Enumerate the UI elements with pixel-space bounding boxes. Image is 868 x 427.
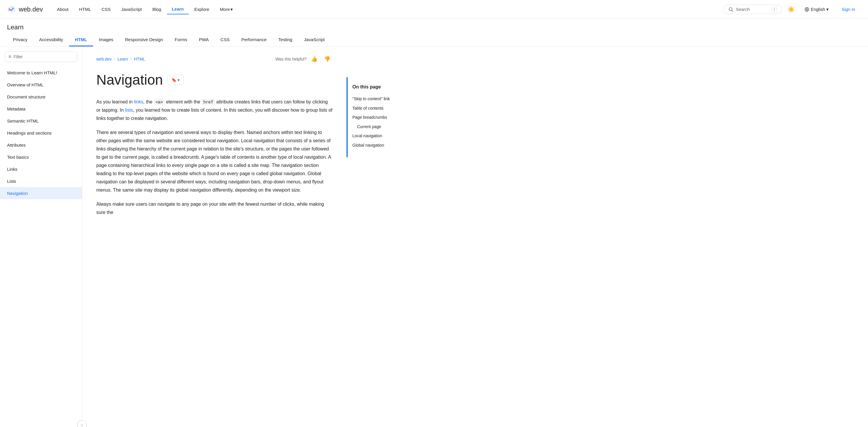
language-label: English (811, 7, 825, 12)
page-title-row: Navigation 🔖 ▾ (96, 72, 332, 88)
nav-explore[interactable]: Explore (190, 4, 214, 14)
globe-icon (804, 7, 810, 12)
search-icon (728, 7, 734, 12)
toc-link-table-of-contents[interactable]: Table of contents (352, 106, 383, 111)
tab-accessibility[interactable]: Accessibility (33, 33, 69, 47)
tab-testing[interactable]: Testing (273, 33, 298, 47)
breadcrumb-html[interactable]: HTML (134, 57, 145, 61)
top-navigation: web.dev About HTML CSS JavaScript Blog L… (0, 0, 868, 19)
href-code: href (202, 99, 215, 105)
nav-blog[interactable]: Blog (148, 4, 166, 14)
toc-link-page-breadcrumbs[interactable]: Page breadcrumbs (352, 115, 387, 120)
right-panel-container: On this page "Skip to content" link Tabl… (346, 47, 429, 427)
article-paragraph-2: There are several types of navigation an… (96, 129, 332, 194)
sidebar-list: Welcome to Learn HTML! Overview of HTML … (0, 67, 82, 199)
sign-in-button[interactable]: Sign in (836, 4, 861, 14)
filter-placeholder: Filter (13, 54, 23, 59)
nav-learn[interactable]: Learn (167, 4, 188, 15)
sidebar: ≡ Filter Welcome to Learn HTML! Overview… (0, 47, 82, 427)
search-placeholder: Search (736, 7, 770, 12)
theme-toggle-button[interactable]: ☀️ (785, 3, 797, 15)
nav-about[interactable]: About (52, 4, 73, 14)
nav-css[interactable]: CSS (97, 4, 115, 14)
sidebar-item-lists[interactable]: Lists (0, 175, 82, 187)
page-title: Navigation (96, 72, 163, 88)
bookmark-dropdown-icon: ▾ (178, 78, 180, 82)
toc-item-local-navigation[interactable]: Local navigation (352, 131, 418, 141)
tab-javascript[interactable]: JavaScript (298, 33, 330, 47)
helpful-text: Was this helpful? (275, 57, 307, 61)
filter-bar[interactable]: ≡ Filter (5, 51, 77, 62)
sidebar-item-text-basics[interactable]: Text basics (0, 151, 82, 163)
language-button[interactable]: English (801, 5, 832, 14)
main-layout: ≡ Filter Welcome to Learn HTML! Overview… (0, 47, 868, 427)
learn-title: Learn (7, 19, 861, 33)
sidebar-item-overview[interactable]: Overview of HTML (0, 79, 82, 91)
tab-pwa[interactable]: PWA (193, 33, 215, 47)
sidebar-item-welcome[interactable]: Welcome to Learn HTML! (0, 67, 82, 79)
a-tag-code: <a> (154, 99, 165, 105)
toc-item-current-page[interactable]: Current page (352, 122, 418, 132)
breadcrumb-learn[interactable]: Learn (118, 57, 128, 61)
sidebar-item-document-structure[interactable]: Document structure (0, 91, 82, 103)
language-dropdown-icon (826, 7, 829, 12)
logo-text: web.dev (19, 6, 43, 13)
nav-html[interactable]: HTML (74, 4, 96, 14)
breadcrumb: web.dev › Learn › HTML Was this helpful?… (96, 54, 332, 64)
breadcrumb-actions: Was this helpful? 👍 👎 (275, 54, 332, 64)
sidebar-item-metadata[interactable]: Metadata (0, 103, 82, 115)
filter-icon: ≡ (8, 54, 11, 59)
thumbs-down-button[interactable]: 👎 (322, 54, 332, 64)
links-link[interactable]: links (134, 99, 143, 104)
article-paragraph-1: As you learned in links, the <a> element… (96, 98, 332, 122)
toc-link-skip-to-content[interactable]: "Skip to content" link (352, 96, 390, 101)
thumbs-up-icon: 👍 (311, 56, 317, 62)
breadcrumb-webdev[interactable]: web.dev (96, 57, 112, 61)
tab-images[interactable]: Images (93, 33, 119, 47)
tab-html[interactable]: HTML (69, 33, 93, 47)
learn-subnav: Learn Privacy Accessibility HTML Images … (0, 19, 868, 47)
tab-performance[interactable]: Performance (236, 33, 273, 47)
on-this-page-title: On this page (352, 84, 418, 90)
nav-more[interactable]: More (215, 4, 238, 15)
toc-item-page-breadcrumbs[interactable]: Page breadcrumbs (352, 113, 418, 122)
toc-item-global-navigation[interactable]: Global navigation (352, 141, 418, 150)
toc-link-current-page[interactable]: Current page (357, 124, 381, 129)
toc-item-table-of-contents[interactable]: Table of contents (352, 104, 418, 113)
sidebar-item-semantic-html[interactable]: Semantic HTML (0, 115, 82, 127)
bookmark-button[interactable]: 🔖 ▾ (168, 75, 184, 85)
chevron-left-icon: ‹ (81, 423, 83, 427)
logo-link[interactable]: web.dev (7, 5, 43, 14)
sidebar-item-attributes[interactable]: Attributes (0, 139, 82, 151)
breadcrumb-sep-2: › (130, 57, 131, 61)
bookmark-icon: 🔖 (172, 78, 177, 82)
search-shortcut: / (772, 7, 777, 12)
toc-list: "Skip to content" link Table of contents… (352, 94, 418, 150)
sun-icon: ☀️ (787, 6, 795, 13)
toc-item-skip-to-content[interactable]: "Skip to content" link (352, 94, 418, 104)
tab-responsive-design[interactable]: Responsive Design (119, 33, 169, 47)
sidebar-item-links[interactable]: Links (0, 163, 82, 175)
sidebar-item-navigation[interactable]: Navigation (0, 187, 82, 199)
tab-privacy[interactable]: Privacy (7, 33, 33, 47)
toc-link-global-navigation[interactable]: Global navigation (352, 143, 384, 147)
on-this-page-panel: On this page "Skip to content" link Tabl… (346, 77, 423, 157)
learn-tabs: Privacy Accessibility HTML Images Respon… (7, 33, 861, 47)
breadcrumb-sep-1: › (114, 57, 115, 61)
sidebar-item-headings[interactable]: Headings and sections (0, 127, 82, 139)
logo-icon (7, 5, 17, 14)
more-dropdown-icon (230, 7, 233, 12)
content-area: web.dev › Learn › HTML Was this helpful?… (82, 47, 346, 427)
tab-forms[interactable]: Forms (169, 33, 193, 47)
lists-link[interactable]: lists (125, 108, 133, 113)
nav-javascript[interactable]: JavaScript (117, 4, 147, 14)
nav-right: Search / ☀️ English Sign in (723, 3, 861, 15)
search-bar[interactable]: Search / (723, 5, 782, 14)
nav-links: About HTML CSS JavaScript Blog Learn Exp… (52, 4, 723, 15)
thumbs-up-button[interactable]: 👍 (309, 54, 319, 64)
thumbs-down-icon: 👎 (324, 56, 330, 62)
article-paragraph-3: Always make sure users can navigate to a… (96, 200, 332, 217)
toc-link-local-navigation[interactable]: Local navigation (352, 134, 382, 138)
tab-css[interactable]: CSS (215, 33, 236, 47)
